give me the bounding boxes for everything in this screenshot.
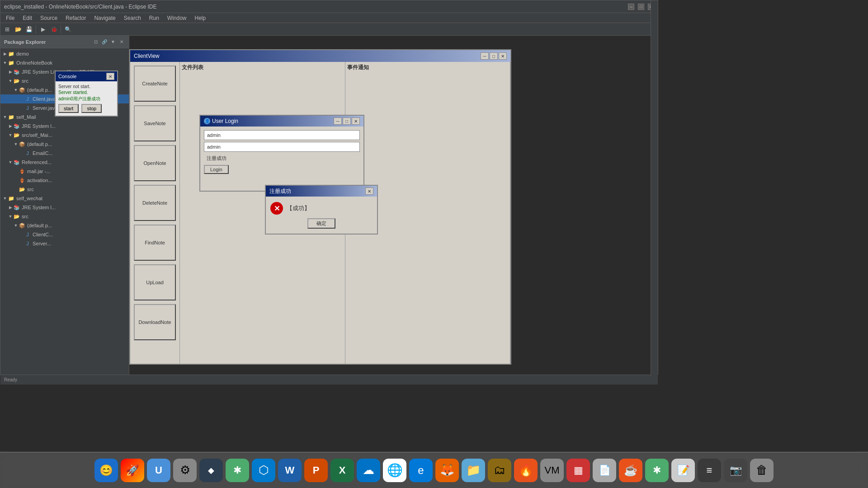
- toolbar-run[interactable]: ▶: [38, 24, 48, 34]
- menu-run[interactable]: Run: [146, 14, 163, 22]
- create-note-button[interactable]: CreateNote: [134, 66, 176, 102]
- tree-item-activation[interactable]: 🏺 activation...: [0, 176, 129, 185]
- toolbar-search[interactable]: 🔍: [63, 24, 73, 34]
- onlinenotebook-icon: 📁: [8, 59, 15, 66]
- selfmail-jre-label: JRE System l...: [22, 123, 56, 129]
- dock-mosaic[interactable]: ▦: [566, 459, 590, 482]
- activation-label: activation...: [27, 178, 52, 183]
- tree-item-clientc[interactable]: J ClientC...: [0, 230, 129, 239]
- dock-notesnook[interactable]: ✱: [226, 459, 249, 482]
- maximize-button[interactable]: □: [638, 4, 644, 10]
- dock-onedrive[interactable]: ☁: [357, 459, 380, 482]
- menu-navigate[interactable]: Navigate: [90, 14, 119, 22]
- dock-java[interactable]: ☕: [619, 459, 642, 482]
- eclipse-window: eclipse_installed - OnlineNoteBook/src/C…: [0, 0, 658, 375]
- tree-item-onlinenotebook[interactable]: ▼ 📁 OnlineNoteBook: [0, 58, 129, 67]
- stop-button[interactable]: stop: [81, 104, 102, 113]
- menu-file[interactable]: File: [2, 14, 18, 22]
- dock-edge[interactable]: e: [409, 459, 433, 482]
- start-stop-close[interactable]: ✕: [106, 73, 114, 80]
- tree-item-demo[interactable]: ▶ 📁 demo: [0, 49, 129, 58]
- password-field[interactable]: admin: [204, 142, 360, 152]
- menu-source[interactable]: Source: [37, 14, 61, 22]
- dock-iuuo[interactable]: U: [147, 459, 170, 482]
- close-sidebar-icon[interactable]: ✕: [118, 38, 125, 46]
- tree-item-server2[interactable]: J Server...: [0, 239, 129, 248]
- tree-item-selfwechat-pkg[interactable]: ▼ 📦 (default p...: [0, 221, 129, 230]
- success-error-icon: ✕: [270, 202, 283, 215]
- tree-item-selfmail-src[interactable]: ▼ 📂 src/self_Mai...: [0, 131, 129, 140]
- menu-refactor[interactable]: Refactor: [62, 14, 90, 22]
- tree-item-selfwechat[interactable]: ▼ 📁 self_wechat: [0, 194, 129, 203]
- success-dialog: 注册成功 ✕ ✕ 【成功】 确定: [265, 185, 378, 235]
- dock-vm[interactable]: VM: [540, 459, 564, 482]
- dock-system-prefs[interactable]: ⚙: [173, 459, 197, 482]
- save-note-button[interactable]: SaveNote: [134, 105, 176, 141]
- cv-maximize[interactable]: □: [490, 52, 498, 60]
- dock-notesnook2[interactable]: ✱: [645, 459, 669, 482]
- dock-word[interactable]: W: [278, 459, 302, 482]
- menu-help[interactable]: Help: [191, 14, 210, 22]
- dock-powerpoint[interactable]: P: [304, 459, 328, 482]
- dock-flame[interactable]: 🔥: [514, 459, 538, 482]
- demo-folder-icon: 📁: [8, 50, 15, 57]
- tree-item-selfmail-jre[interactable]: ▶ 📚 JRE System l...: [0, 122, 129, 131]
- find-note-button[interactable]: FindNote: [134, 225, 176, 261]
- dock-vscode[interactable]: ⬡: [252, 459, 275, 482]
- src-label: src: [22, 78, 28, 84]
- dock-excel[interactable]: X: [330, 459, 354, 482]
- window-title: eclipse_installed - OnlineNoteBook/src/C…: [4, 4, 156, 10]
- dock-finder[interactable]: 😊: [94, 459, 118, 482]
- dock-notes2[interactable]: 📝: [671, 459, 695, 482]
- menu-window[interactable]: Window: [164, 14, 190, 22]
- ok-button[interactable]: 确定: [307, 218, 335, 229]
- upload-button[interactable]: UpLoad: [134, 264, 176, 300]
- dock-capture[interactable]: 📷: [724, 459, 747, 482]
- collapse-all-icon[interactable]: ⊡: [92, 38, 99, 46]
- selfmail-src-arrow: ▼: [8, 133, 13, 137]
- toolbar-save[interactable]: 💾: [24, 24, 34, 34]
- dock-chrome[interactable]: 🌐: [383, 459, 406, 482]
- success-close[interactable]: ✕: [365, 188, 373, 195]
- open-note-button[interactable]: OpenNote: [134, 145, 176, 181]
- tree-item-mailjar[interactable]: 🏺 mail.jar -...: [0, 167, 129, 176]
- toolbar-open[interactable]: 📂: [13, 24, 23, 34]
- dock-files[interactable]: 📁: [462, 459, 485, 482]
- dock-firefox[interactable]: 🦊: [435, 459, 459, 482]
- login-button[interactable]: Login: [204, 165, 229, 174]
- dock-app4[interactable]: ◆: [199, 459, 223, 482]
- login-minimize[interactable]: ─: [334, 117, 342, 125]
- download-note-button[interactable]: DownloadNote: [134, 304, 176, 340]
- tree-item-emailc[interactable]: J EmailC...: [0, 149, 129, 158]
- cv-close[interactable]: ✕: [499, 52, 507, 60]
- dock-files2[interactable]: 🗂: [488, 459, 511, 482]
- minimize-button[interactable]: ─: [628, 4, 634, 10]
- sidebar-menu-icon[interactable]: ▼: [109, 38, 117, 46]
- tree-item-selfmail-src2[interactable]: 📂 src: [0, 185, 129, 194]
- tree-item-selfwechat-src[interactable]: ▼ 📂 src: [0, 212, 129, 221]
- menu-edit[interactable]: Edit: [19, 14, 36, 22]
- link-with-editor-icon[interactable]: 🔗: [101, 38, 108, 46]
- tree-item-selfmail-pkg[interactable]: ▼ 📦 (default p...: [0, 140, 129, 149]
- dock-trash[interactable]: 🗑: [750, 459, 774, 482]
- selfmail-src2-label: src: [27, 187, 34, 192]
- start-stop-panel: Console ✕ Server not start. Server start…: [55, 70, 118, 117]
- toolbar-new[interactable]: ⊞: [2, 24, 12, 34]
- selfmail-pkg-arrow: ▼: [13, 142, 19, 146]
- login-maximize[interactable]: □: [343, 117, 351, 125]
- username-field[interactable]: admin: [204, 130, 360, 140]
- emailc-label: EmailC...: [33, 150, 53, 156]
- menu-search[interactable]: Search: [120, 14, 145, 22]
- delete-note-button[interactable]: DeleteNote: [134, 185, 176, 221]
- package-explorer-title: Package Explorer: [4, 39, 46, 45]
- toolbar-debug[interactable]: 🐞: [49, 24, 59, 34]
- tree-item-referenced[interactable]: ▼ 📚 Referenced...: [0, 158, 129, 167]
- dock-app-extra[interactable]: ≡: [698, 459, 721, 482]
- selfmail-pkg-icon: 📦: [19, 141, 26, 148]
- login-close[interactable]: ✕: [352, 117, 360, 125]
- cv-minimize[interactable]: ─: [481, 52, 489, 60]
- dock-preview[interactable]: 📄: [593, 459, 616, 482]
- dock-launchpad[interactable]: 🚀: [121, 459, 144, 482]
- start-button[interactable]: start: [58, 104, 79, 113]
- tree-item-selfwechat-jre[interactable]: ▶ 📚 JRE System l...: [0, 203, 129, 212]
